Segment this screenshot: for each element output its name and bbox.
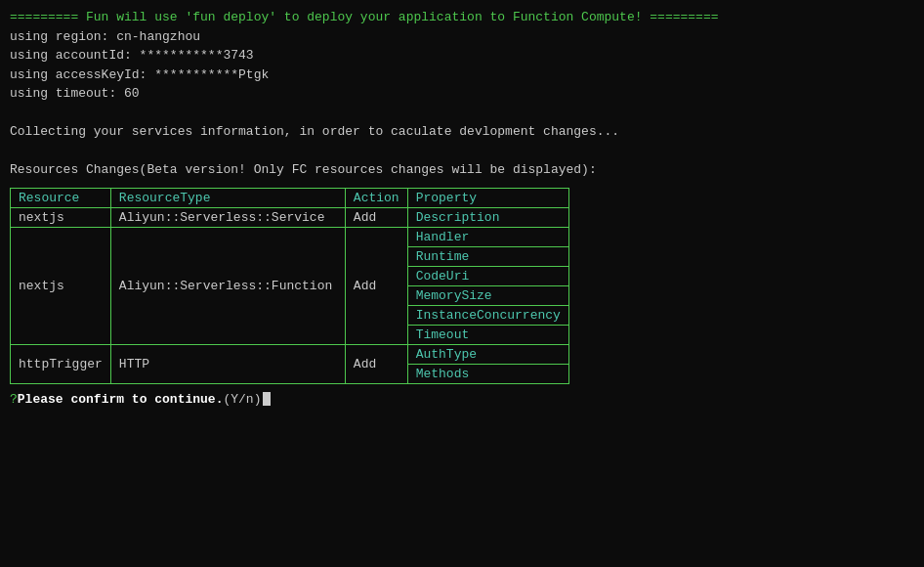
prop-methods: Methods bbox=[407, 364, 568, 383]
prop-instanceconcurrency: InstanceConcurrency bbox=[407, 305, 568, 325]
account-line: using accountId: ***********3743 bbox=[10, 46, 914, 65]
collecting-line: Collecting your services information, in… bbox=[10, 122, 914, 142]
blank-2 bbox=[10, 142, 914, 161]
table-row: nextjs Aliyun::Serverless::Function Add … bbox=[11, 227, 569, 246]
prop-handler: Handler bbox=[407, 227, 568, 246]
type-service: Aliyun::Serverless::Service bbox=[110, 207, 345, 227]
prop-codeuri: CodeUri bbox=[407, 266, 568, 285]
resources-label: Resources Changes(Beta version! Only FC … bbox=[10, 160, 914, 180]
action-service: Add bbox=[345, 207, 407, 227]
type-http: HTTP bbox=[110, 344, 345, 383]
blank-1 bbox=[10, 104, 914, 123]
cursor bbox=[263, 392, 271, 406]
action-function: Add bbox=[345, 227, 407, 344]
prop-timeout: Timeout bbox=[407, 325, 568, 344]
header-line: ========= Fun will use 'fun deploy' to d… bbox=[10, 8, 914, 27]
action-trigger: Add bbox=[345, 344, 407, 383]
prop-authtype: AuthType bbox=[407, 344, 568, 364]
prompt-text: Please confirm to continue. bbox=[18, 392, 224, 407]
terminal-window: ========= Fun will use 'fun deploy' to d… bbox=[10, 8, 914, 407]
header-property: Property bbox=[407, 188, 568, 207]
header-action: Action bbox=[345, 188, 407, 207]
header-resource: Resource bbox=[11, 188, 111, 207]
access-key-line: using accessKeyId: ***********Ptgk bbox=[10, 65, 914, 85]
prop-description: Description bbox=[407, 207, 568, 227]
table-header-row: Resource ResourceType Action Property bbox=[11, 188, 569, 207]
prompt-line: ? Please confirm to continue. (Y/n) bbox=[10, 392, 914, 407]
header-type: ResourceType bbox=[110, 188, 345, 207]
changes-table: Resource ResourceType Action Property ne… bbox=[10, 188, 569, 384]
type-function: Aliyun::Serverless::Function bbox=[110, 227, 345, 344]
resource-httptrigger: httpTrigger bbox=[11, 344, 111, 383]
prompt-hint: (Y/n) bbox=[223, 392, 261, 407]
prop-runtime: Runtime bbox=[407, 246, 568, 266]
resource-nextjs-function: nextjs bbox=[11, 227, 111, 344]
prompt-symbol: ? bbox=[10, 392, 18, 407]
changes-table-container: Resource ResourceType Action Property ne… bbox=[10, 188, 914, 384]
region-line: using region: cn-hangzhou bbox=[10, 27, 914, 47]
table-row: nextjs Aliyun::Serverless::Service Add D… bbox=[11, 207, 569, 227]
resource-nextjs-service: nextjs bbox=[11, 207, 111, 227]
timeout-line: using timeout: 60 bbox=[10, 84, 914, 104]
prop-memorysize: MemorySize bbox=[407, 285, 568, 305]
table-row: httpTrigger HTTP Add AuthType bbox=[11, 344, 569, 364]
